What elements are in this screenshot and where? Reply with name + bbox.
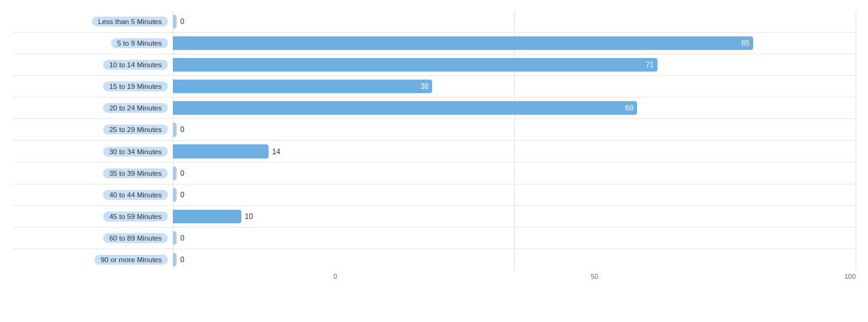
bar-row: 10 to 14 Minutes71	[12, 54, 856, 76]
bars-section: Less than 5 Minutes05 to 9 Minutes8510 t…	[12, 11, 856, 270]
bar-track: 0	[173, 119, 856, 140]
bar-row: Less than 5 Minutes0	[12, 11, 856, 33]
bar-zero	[173, 167, 177, 180]
bar-row: 45 to 59 Minutes10	[12, 206, 856, 228]
bar-label-pill: 15 to 19 Minutes	[103, 81, 168, 91]
chart-area: Less than 5 Minutes05 to 9 Minutes8510 t…	[12, 11, 856, 284]
bar-label: 25 to 29 Minutes	[12, 125, 173, 134]
bar-track: 85	[173, 33, 856, 54]
bar-label-pill: 60 to 89 Minutes	[103, 233, 168, 243]
bar-track: 0	[173, 11, 856, 32]
bar-row: 35 to 39 Minutes0	[12, 163, 856, 184]
x-axis-tick-label: 50	[591, 273, 598, 280]
bar-zero	[173, 123, 177, 136]
bar-fill: 68	[173, 101, 637, 115]
bar-fill	[173, 210, 241, 223]
bar-track: 14	[173, 141, 856, 162]
bar-label: 5 to 9 Minutes	[12, 38, 173, 48]
bar-value-inside: 85	[741, 39, 749, 47]
bar-fill: 38	[173, 80, 432, 93]
bar-row: 15 to 19 Minutes38	[12, 76, 856, 97]
bar-track: 71	[173, 54, 856, 75]
bar-label-pill: 25 to 29 Minutes	[103, 125, 168, 134]
bar-track: 0	[173, 249, 856, 270]
bar-value-inside: 71	[646, 60, 654, 69]
x-axis-row: 050100	[12, 270, 856, 284]
bar-label-pill: 30 to 34 Minutes	[103, 147, 168, 157]
bar-value: 14	[272, 147, 280, 156]
bar-track: 0	[173, 228, 856, 249]
bar-label: 20 to 24 Minutes	[12, 103, 173, 113]
bar-label: Less than 5 Minutes	[12, 17, 173, 27]
bar-value-inside: 68	[625, 104, 633, 112]
bar-value: 0	[180, 234, 185, 242]
bar-label-pill: 5 to 9 Minutes	[111, 38, 168, 48]
bar-row: 25 to 29 Minutes0	[12, 119, 856, 141]
bar-label-pill: Less than 5 Minutes	[92, 17, 168, 27]
x-axis-tick-label: 0	[333, 273, 337, 280]
bar-label: 45 to 59 Minutes	[12, 212, 173, 221]
bar-label: 30 to 34 Minutes	[12, 147, 173, 157]
bar-fill: 71	[173, 58, 657, 72]
x-axis-tick-label: 100	[845, 273, 856, 280]
bar-track: 0	[173, 163, 856, 184]
bar-track: 0	[173, 184, 856, 205]
x-axis-container: 050100	[333, 273, 856, 284]
bar-label-pill: 45 to 59 Minutes	[103, 212, 168, 221]
chart-container: Less than 5 Minutes05 to 9 Minutes8510 t…	[0, 0, 868, 322]
bar-label-pill: 35 to 39 Minutes	[103, 168, 168, 178]
bar-value: 0	[180, 169, 185, 178]
bar-label-pill: 40 to 44 Minutes	[103, 190, 168, 200]
bar-value: 0	[180, 255, 185, 264]
bar-label: 15 to 19 Minutes	[12, 81, 173, 91]
bar-value: 0	[180, 17, 185, 26]
bar-zero	[173, 253, 177, 266]
bar-track: 38	[173, 76, 856, 97]
bar-label: 10 to 14 Minutes	[12, 60, 173, 70]
bar-fill: 85	[173, 36, 753, 50]
bar-track: 68	[173, 97, 856, 118]
bar-label: 60 to 89 Minutes	[12, 233, 173, 243]
bar-value: 0	[180, 125, 185, 134]
grid-line	[856, 11, 856, 270]
bar-track: 10	[173, 206, 856, 227]
bar-label: 90 or more Minutes	[12, 255, 173, 265]
bar-row: 5 to 9 Minutes85	[12, 33, 856, 54]
bar-label: 35 to 39 Minutes	[12, 168, 173, 178]
bar-label-pill: 20 to 24 Minutes	[103, 103, 168, 113]
bar-row: 20 to 24 Minutes68	[12, 97, 856, 119]
bar-value: 0	[180, 191, 185, 199]
bar-value-inside: 38	[420, 82, 428, 91]
bar-zero	[173, 231, 177, 245]
bar-row: 40 to 44 Minutes0	[12, 184, 856, 206]
bar-fill	[173, 144, 269, 158]
bar-value: 10	[245, 212, 253, 221]
bar-label-pill: 90 or more Minutes	[94, 255, 168, 265]
bar-label: 40 to 44 Minutes	[12, 190, 173, 200]
bar-row: 90 or more Minutes0	[12, 249, 856, 270]
bar-label-pill: 10 to 14 Minutes	[103, 60, 168, 70]
bar-zero	[173, 15, 177, 28]
bar-zero	[173, 188, 177, 202]
bar-row: 60 to 89 Minutes0	[12, 228, 856, 249]
bar-row: 30 to 34 Minutes14	[12, 141, 856, 162]
